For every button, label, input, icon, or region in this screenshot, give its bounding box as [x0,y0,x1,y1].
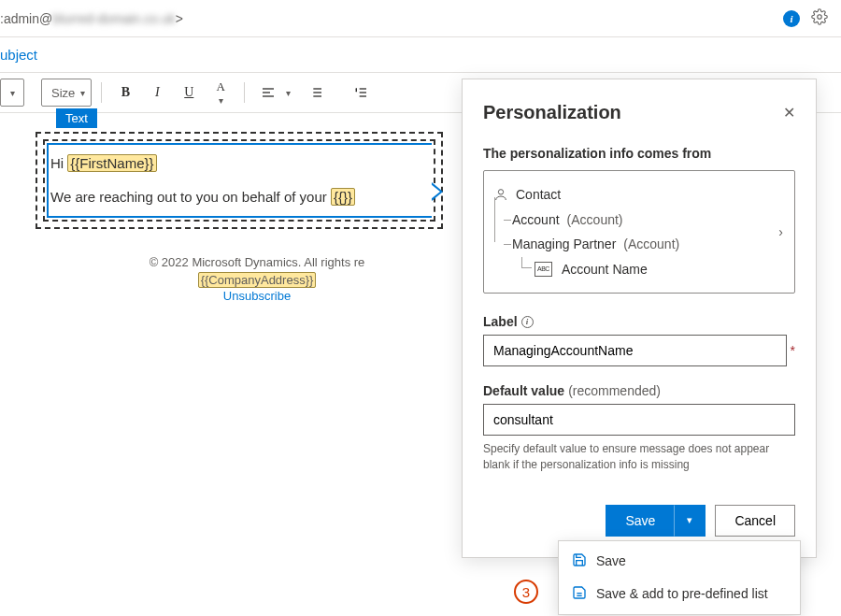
greeting-line: Hi {{FirstName}} [50,152,432,175]
default-value-label: Default value (recommended) [483,383,795,398]
tree-account[interactable]: Account (Account) [493,208,785,233]
align-left-button[interactable] [254,79,282,107]
tree-managing-partner[interactable]: Managing Partner (Account) [493,232,785,257]
source-heading: The personalization info comes from [483,146,795,161]
text-content-editable[interactable]: Hi {{FirstName}} We are reaching out to … [47,143,432,218]
tree-contact[interactable]: Contact [493,182,785,208]
svg-point-13 [498,190,503,194]
bold-button[interactable]: B [111,79,139,107]
info-icon[interactable]: i [783,10,800,27]
text-block-inner: Hi {{FirstName}} We are reaching out to … [43,139,435,222]
text-field-icon: ABC [535,262,552,276]
chevron-right-icon[interactable]: › [778,224,783,239]
font-color-button[interactable]: A▾ [207,79,235,107]
person-icon [493,187,508,202]
svg-point-0 [818,15,822,20]
tree-account-name[interactable]: ABC Account Name [493,257,785,282]
label-field-label: Label i [483,314,795,329]
callout-number-3: 3 [514,580,538,604]
empty-token[interactable]: {{}} [331,188,355,206]
save-dropdown: Save Save & add to pre-defined list [558,540,801,615]
email-footer: © 2022 Microsoft Dynamics. All rights re… [36,255,478,303]
company-address-token[interactable]: {{CompanyAddress}} [198,272,317,288]
block-type-tag: Text [56,108,97,128]
dropdown-save-add[interactable]: Save & add to pre-defined list [559,578,800,610]
info-icon[interactable]: i [521,316,534,328]
italic-button[interactable]: I [143,79,171,107]
save-icon [572,552,587,570]
gear-icon[interactable] [811,8,828,28]
save-button[interactable]: Save [606,505,674,537]
save-split-button[interactable]: ▾ [674,505,706,537]
dropdown-save[interactable]: Save [559,545,800,578]
label-input[interactable] [483,335,787,366]
panel-title: Personalization [483,102,621,123]
data-source-tree[interactable]: Contact Account (Account) Managing Partn… [483,170,795,294]
underline-button[interactable]: U [175,79,203,107]
body-line: We are reaching out to you on behalf of … [50,186,432,208]
text-block-outer[interactable]: Text Hi {{FirstName}} We are reaching ou… [36,132,443,229]
cancel-button[interactable]: Cancel [715,505,795,537]
copyright-text: © 2022 Microsoft Dynamics. All rights re [36,255,478,269]
personalization-panel: Personalization ✕ The personalization in… [462,79,817,558]
subject-row[interactable]: ubject [0,37,841,73]
font-family-select[interactable]: ▾ [0,79,24,107]
subject-link[interactable]: ubject [0,47,37,63]
required-indicator: * [791,343,795,358]
save-list-icon [572,585,587,603]
top-header: :admin@blurred-domain.co.uk> i [0,0,841,37]
firstname-token[interactable]: {{FirstName}} [67,154,156,172]
from-address: :admin@blurred-domain.co.uk> [0,11,183,26]
close-icon[interactable]: ✕ [783,104,795,122]
unordered-list-button[interactable] [302,79,330,107]
default-value-helper: Specify default value to ensure message … [483,441,795,473]
ordered-list-button[interactable] [347,79,375,107]
default-value-input[interactable] [483,404,795,436]
align-options-chevron[interactable]: ▾ [286,88,291,98]
unsubscribe-link[interactable]: Unsubscribe [36,289,478,303]
font-size-select[interactable]: Size▾ [41,79,92,107]
